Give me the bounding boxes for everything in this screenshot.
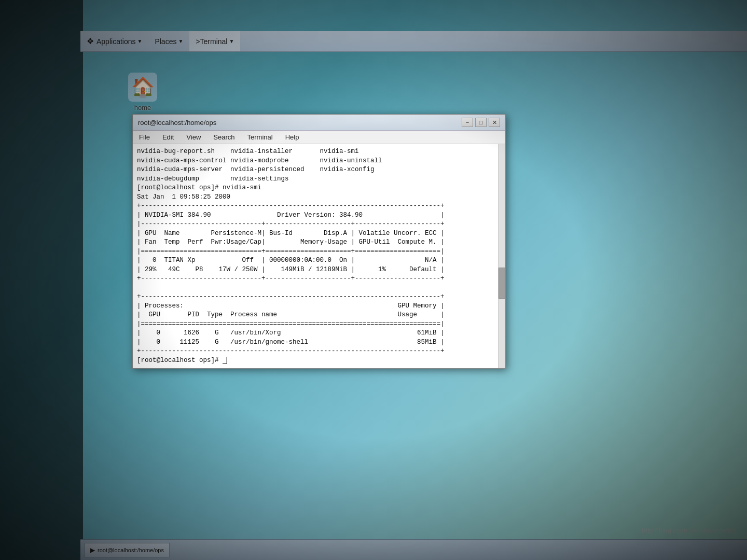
terminal-taskbar-button[interactable]: ▶ root@localhost:/home/ops <box>85 543 170 557</box>
terminal-taskbar-label: root@localhost:/home/ops <box>98 547 164 553</box>
applications-label: Applications <box>96 37 136 46</box>
bottom-taskbar: ▶ root@localhost:/home/ops <box>80 539 747 560</box>
terminal-window: root@localhost:/home/ops − □ ✕ File Edit… <box>132 114 506 369</box>
taskbar: ❖ Applications ▼ Places ▼ >Terminal ▼ <box>80 31 747 52</box>
view-menu[interactable]: View <box>184 132 203 142</box>
home-icon-image: 🏠 <box>128 73 157 102</box>
places-arrow: ▼ <box>178 38 183 44</box>
terminal-menu-item[interactable]: Terminal <box>245 132 275 142</box>
file-menu[interactable]: File <box>137 132 152 142</box>
terminal-menubar: File Edit View Search Terminal Help <box>133 131 505 144</box>
terminal-title: root@localhost:/home/ops <box>138 119 216 127</box>
home-icon-label: home <box>134 104 151 111</box>
home-desktop-icon[interactable]: 🏠 home <box>122 73 163 111</box>
desktop-area: 🏠 home root@localhost:/home/ops − □ ✕ Fi… <box>80 52 747 529</box>
places-menu[interactable]: Places ▼ <box>148 31 189 51</box>
terminal-body[interactable]: nvidia-bug-report.sh nvidia-installer nv… <box>133 144 505 368</box>
edit-menu[interactable]: Edit <box>160 132 176 142</box>
terminal-menu[interactable]: >Terminal ▼ <box>189 31 240 51</box>
applications-menu[interactable]: ❖ Applications ▼ <box>80 31 148 51</box>
applications-icon: ❖ <box>87 36 94 46</box>
help-menu[interactable]: Help <box>283 132 301 142</box>
terminal-arrow: ▼ <box>229 38 234 44</box>
terminal-controls: − □ ✕ <box>462 118 500 127</box>
minimize-button[interactable]: − <box>462 118 473 127</box>
terminal-taskbar-icon: ▶ <box>90 547 95 554</box>
scrollbar[interactable] <box>498 144 505 368</box>
desktop: ❖ Applications ▼ Places ▼ >Terminal ▼ 🏠 … <box>0 0 747 560</box>
terminal-output: nvidia-bug-report.sh nvidia-installer nv… <box>137 147 501 365</box>
left-bezel <box>0 0 83 560</box>
applications-arrow: ▼ <box>137 38 143 44</box>
terminal-label: >Terminal <box>196 37 227 46</box>
watermark-text: http://blog.csdn.net/vbaspdelphi <box>642 526 737 534</box>
close-button[interactable]: ✕ <box>489 118 500 127</box>
maximize-button[interactable]: □ <box>475 118 487 127</box>
places-label: Places <box>155 37 176 46</box>
watermark: http://blog.csdn.net/vbaspdelphi <box>642 526 737 534</box>
terminal-titlebar: root@localhost:/home/ops − □ ✕ <box>133 115 505 131</box>
scrollbar-thumb[interactable] <box>499 268 505 299</box>
search-menu[interactable]: Search <box>211 132 237 142</box>
